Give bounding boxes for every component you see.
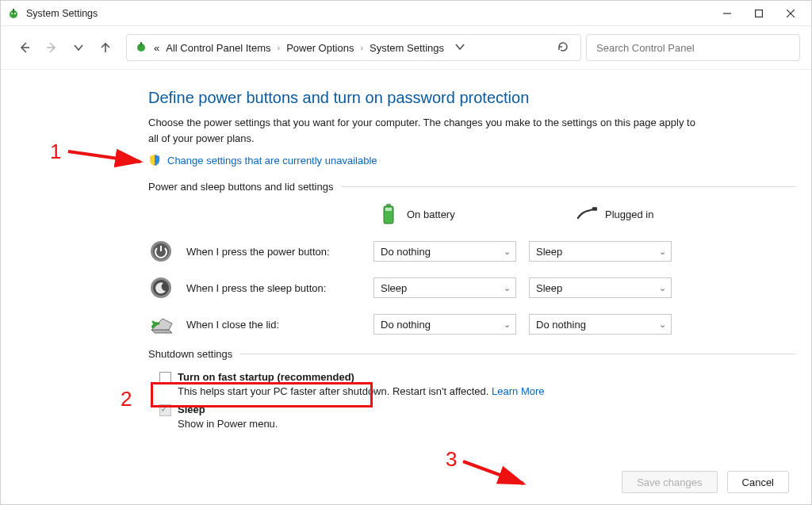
- save-button[interactable]: Save changes: [622, 471, 717, 493]
- page-title: Define power buttons and turn on passwor…: [148, 89, 795, 107]
- svg-rect-5: [756, 10, 763, 17]
- row-power-button: When I press the power button: Do nothin…: [148, 239, 795, 264]
- select-power-battery[interactable]: Do nothing⌄: [373, 241, 516, 262]
- chevron-right-icon: ›: [277, 43, 280, 52]
- sleep-help: Show in Power menu.: [178, 418, 795, 430]
- address-bar[interactable]: « All Control Panel Items › Power Option…: [126, 34, 581, 61]
- svg-point-2: [11, 13, 13, 14]
- power-icon: [148, 239, 174, 264]
- nav-up-button[interactable]: [94, 36, 117, 59]
- breadcrumb-root[interactable]: All Control Panel Items: [166, 42, 270, 54]
- address-history-button[interactable]: [450, 42, 469, 54]
- column-on-battery: On battery: [378, 204, 513, 224]
- chevron-down-icon: ⌄: [659, 319, 666, 330]
- titlebar: System Settings: [1, 1, 811, 26]
- svg-rect-14: [385, 208, 392, 211]
- svg-rect-15: [592, 207, 597, 210]
- app-icon: [7, 7, 20, 20]
- breadcrumb-power-options[interactable]: Power Options: [286, 42, 354, 54]
- chevron-down-icon: ⌄: [504, 283, 511, 293]
- annotation-3: 3: [446, 447, 457, 472]
- fast-startup-label: Turn on fast startup (recommended): [178, 371, 354, 383]
- page-description: Choose the power settings that you want …: [148, 115, 695, 146]
- annotation-2: 2: [121, 387, 132, 411]
- nav-back-button[interactable]: [13, 36, 36, 59]
- select-lid-battery[interactable]: Do nothing⌄: [373, 314, 516, 335]
- plug-icon: [576, 204, 597, 224]
- footer: Save changes Cancel: [1, 463, 811, 504]
- window-frame: System Settings: [0, 0, 812, 505]
- sleep-icon: [148, 275, 174, 300]
- chevron-down-icon: ⌄: [504, 319, 511, 330]
- cancel-button[interactable]: Cancel: [727, 471, 789, 493]
- row-label: When I press the power button:: [186, 246, 361, 258]
- chevron-right-icon: ›: [360, 43, 363, 52]
- close-button[interactable]: [775, 2, 806, 25]
- svg-rect-11: [140, 42, 142, 46]
- nav-recent-button[interactable]: [67, 36, 90, 59]
- annotation-1: 1: [50, 140, 61, 164]
- chevron-down-icon: ⌄: [504, 247, 511, 257]
- search-box[interactable]: [586, 34, 800, 61]
- arrow-3-icon: [460, 457, 547, 499]
- svg-line-20: [68, 151, 140, 162]
- select-sleep-plugged[interactable]: Sleep⌄: [529, 277, 672, 298]
- section-power-lid: Power and sleep buttons and lid settings: [148, 181, 795, 193]
- learn-more-link[interactable]: Learn More: [492, 385, 544, 397]
- chevron-down-icon: ⌄: [659, 283, 666, 293]
- nav-forward-button[interactable]: [40, 36, 63, 59]
- row-label: When I press the sleep button:: [186, 282, 361, 294]
- section-shutdown: Shutdown settings: [148, 348, 795, 360]
- maximize-button[interactable]: [743, 2, 775, 25]
- refresh-button[interactable]: [552, 40, 574, 55]
- annotation-box-2: [151, 382, 373, 407]
- breadcrumb-prefix: «: [154, 42, 159, 54]
- arrow-1-icon: [65, 144, 152, 178]
- column-plugged-in: Plugged in: [576, 204, 711, 224]
- search-input[interactable]: [596, 42, 790, 54]
- row-sleep-button: When I press the sleep button: Sleep⌄ Sl…: [148, 275, 795, 300]
- svg-point-3: [14, 13, 16, 14]
- nav-row: « All Control Panel Items › Power Option…: [1, 26, 811, 70]
- breadcrumb-system-settings[interactable]: System Settings: [370, 42, 444, 54]
- svg-line-21: [463, 461, 523, 484]
- row-label: When I close the lid:: [186, 319, 361, 331]
- select-lid-plugged[interactable]: Do nothing⌄: [529, 314, 672, 335]
- select-power-plugged[interactable]: Sleep⌄: [529, 241, 672, 262]
- minimize-button[interactable]: [711, 2, 743, 25]
- change-settings-link[interactable]: Change settings that are currently unava…: [167, 155, 377, 166]
- window-title: System Settings: [26, 8, 98, 19]
- chevron-down-icon: ⌄: [659, 247, 666, 257]
- breadcrumb-icon: [135, 40, 147, 55]
- lid-icon: [148, 312, 174, 337]
- select-sleep-battery[interactable]: Sleep⌄: [373, 277, 516, 298]
- svg-rect-1: [13, 9, 14, 13]
- battery-icon: [378, 204, 399, 224]
- row-close-lid: When I close the lid: Do nothing⌄ Do not…: [148, 312, 795, 337]
